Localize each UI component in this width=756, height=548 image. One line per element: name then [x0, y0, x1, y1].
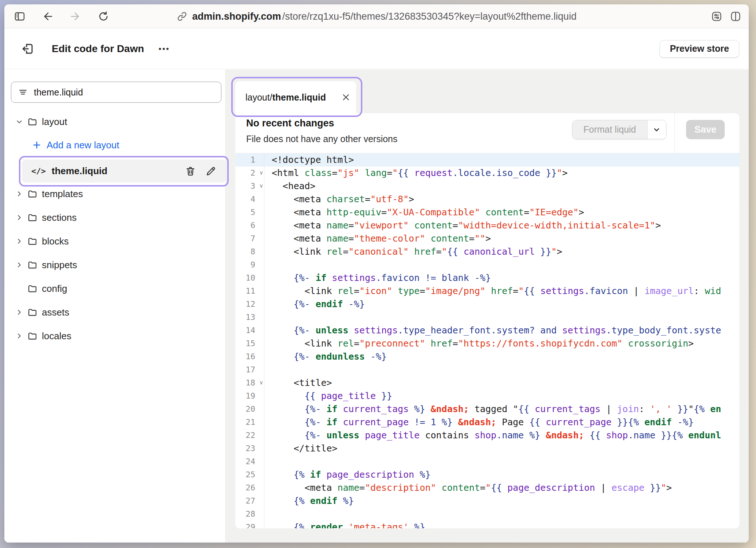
- line-number: 25: [235, 468, 264, 481]
- format-dropdown-chevron-icon[interactable]: [647, 120, 666, 139]
- chevron-right-icon[interactable]: [15, 214, 26, 222]
- address-bar[interactable]: admin.shopify.com/store/rzq1xu-f5/themes…: [177, 4, 576, 28]
- preview-store-button[interactable]: Preview store: [659, 40, 739, 58]
- more-options-button[interactable]: •••: [159, 44, 170, 53]
- file-row-theme-liquid[interactable]: </> theme.liquid: [22, 160, 226, 183]
- code-line-28[interactable]: 28: [235, 508, 739, 521]
- line-number: 17: [235, 363, 264, 376]
- code-line-11[interactable]: 11 <link rel="icon" type="image/png" hre…: [235, 285, 739, 298]
- code-line-13[interactable]: 13: [235, 311, 739, 324]
- chevron-right-icon[interactable]: [15, 308, 26, 316]
- back-icon[interactable]: [42, 11, 53, 22]
- split-view-icon[interactable]: [730, 11, 741, 22]
- folder-row-blocks[interactable]: blocks: [4, 233, 225, 249]
- delete-file-icon[interactable]: [185, 166, 196, 177]
- code-line-20[interactable]: 20 {%- if current_tags %} &ndash; tagged…: [235, 403, 739, 416]
- code-line-10[interactable]: 10 {%- if settings.favicon != blank -%}: [235, 271, 739, 285]
- folder-row-sections[interactable]: sections: [4, 210, 225, 226]
- line-number: 28: [235, 508, 264, 521]
- sidebar-toggle-icon[interactable]: [14, 11, 25, 22]
- line-number: 22: [235, 429, 264, 442]
- code-text: </title>: [264, 442, 338, 455]
- code-line-4[interactable]: 4 <meta charset="utf-8">: [235, 193, 739, 206]
- chevron-right-icon[interactable]: [15, 190, 26, 198]
- tab-layout-theme-liquid[interactable]: layout/theme.liquid: [235, 81, 356, 113]
- folder-icon: [27, 212, 38, 223]
- folder-row-snippets[interactable]: snippets: [4, 257, 225, 273]
- extensions-settings-icon[interactable]: [711, 11, 722, 22]
- code-line-3[interactable]: 3∨ <head>: [235, 180, 739, 193]
- code-line-21[interactable]: 21 {%- if current_page != 1 %} &ndash; P…: [235, 416, 739, 429]
- save-button[interactable]: Save: [686, 120, 725, 139]
- close-tab-icon[interactable]: [341, 93, 351, 102]
- code-line-5[interactable]: 5 <meta http-equiv="X-UA-Compatible" con…: [235, 206, 739, 219]
- code-line-8[interactable]: 8 <link rel="canonical" href="{{ canonic…: [235, 245, 739, 258]
- chevron-right-icon[interactable]: [15, 261, 26, 269]
- folder-label: sections: [42, 212, 76, 223]
- code-text: [264, 455, 272, 468]
- line-number: 1: [235, 153, 264, 167]
- code-line-19[interactable]: 19 {{ page_title }}: [235, 390, 739, 403]
- code-line-1[interactable]: 1<!doctype html>: [235, 153, 739, 167]
- header-divider: [674, 113, 675, 153]
- fold-chevron-icon[interactable]: ∨: [259, 376, 263, 389]
- code-text: [264, 508, 272, 521]
- chevron-right-icon[interactable]: [15, 332, 26, 340]
- code-text: <meta charset="utf-8">: [264, 193, 414, 206]
- code-line-9[interactable]: 9: [235, 258, 739, 271]
- chevron-right-icon[interactable]: [15, 237, 26, 245]
- exit-editor-icon[interactable]: [21, 42, 34, 55]
- rename-file-icon[interactable]: [205, 166, 216, 177]
- code-text: {% if page_description %}: [264, 468, 431, 481]
- code-line-2[interactable]: 2∨<html class="js" lang="{{ request.loca…: [235, 167, 739, 180]
- code-line-15[interactable]: 15 <link rel="preconnect" href="https://…: [235, 337, 739, 350]
- code-text: {%- if settings.favicon != blank -%}: [264, 271, 491, 285]
- file-label: theme.liquid: [52, 165, 107, 177]
- code-line-17[interactable]: 17: [235, 363, 739, 376]
- tab-path-prefix: layout/: [245, 92, 272, 103]
- fold-chevron-icon[interactable]: ∨: [259, 179, 263, 192]
- code-text: <title>: [264, 376, 332, 390]
- folder-label: locales: [42, 330, 71, 342]
- code-line-22[interactable]: 22 {%- unless page_title contains shop.n…: [235, 429, 739, 442]
- forward-icon[interactable]: [70, 11, 82, 22]
- filter-icon: [18, 87, 28, 97]
- line-number: 20: [235, 403, 264, 416]
- code-line-7[interactable]: 7 <meta name="theme-color" content="">: [235, 232, 739, 245]
- code-line-16[interactable]: 16 {%- endunless -%}: [235, 350, 739, 363]
- folder-row-locales[interactable]: locales: [4, 328, 225, 344]
- file-search-input[interactable]: theme.liquid: [11, 82, 221, 103]
- line-number: 11: [235, 285, 264, 298]
- code-line-24[interactable]: 24: [235, 455, 739, 468]
- folder-row-assets[interactable]: assets: [4, 304, 225, 320]
- code-editor-card: No recent changes File does not have any…: [235, 113, 739, 528]
- folder-label: assets: [42, 307, 69, 318]
- code-text: <meta http-equiv="X-UA-Compatible" conte…: [264, 206, 584, 219]
- code-line-29[interactable]: 29 {% render 'meta-tags' %}: [235, 521, 739, 528]
- code-line-18[interactable]: 18∨ <title>: [235, 376, 739, 390]
- fold-chevron-icon[interactable]: ∨: [259, 166, 263, 179]
- code-line-12[interactable]: 12 {%- endif -%}: [235, 298, 739, 311]
- folder-row-templates[interactable]: templates: [4, 186, 225, 202]
- status-title: No recent changes: [246, 118, 334, 129]
- chevron-down-icon[interactable]: [15, 118, 26, 126]
- folder-label: templates: [42, 188, 83, 200]
- folder-row-config[interactable]: config: [4, 281, 225, 297]
- line-number: 9: [235, 258, 264, 271]
- code-text: {% endif %}: [264, 494, 354, 508]
- code-line-6[interactable]: 6 <meta name="viewport" content="width=d…: [235, 219, 739, 232]
- code-line-27[interactable]: 27 {% endif %}: [235, 494, 739, 508]
- reload-icon[interactable]: [98, 11, 109, 22]
- code-line-14[interactable]: 14 {%- unless settings.type_header_font.…: [235, 324, 739, 337]
- code-line-26[interactable]: 26 <meta name="description" content="{{ …: [235, 481, 739, 494]
- code-line-23[interactable]: 23 </title>: [235, 442, 739, 455]
- line-number: 8: [235, 245, 264, 258]
- code-area[interactable]: 1<!doctype html>2∨<html class="js" lang=…: [235, 153, 739, 528]
- line-number: 19: [235, 390, 264, 403]
- line-number: 3∨: [235, 180, 264, 193]
- code-text: [264, 363, 272, 376]
- code-line-25[interactable]: 25 {% if page_description %}: [235, 468, 739, 481]
- app-header: Edit code for Dawn ••• Preview store: [4, 28, 749, 69]
- format-liquid-button[interactable]: Format liquid: [572, 120, 666, 139]
- folder-row-layout[interactable]: layout: [4, 114, 225, 130]
